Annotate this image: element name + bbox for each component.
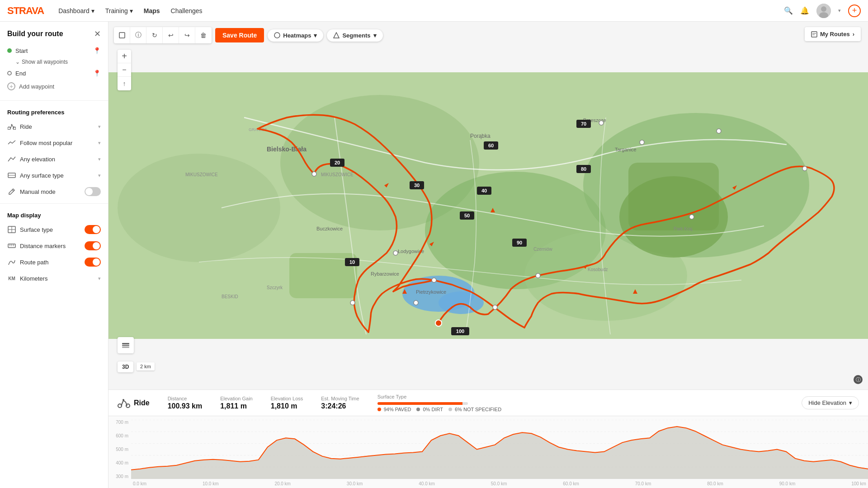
- elevation-gain-stat: Elevation Gain 1,811 m: [220, 396, 253, 410]
- undo-button[interactable]: ↩: [163, 27, 179, 43]
- svg-text:Kosobudz: Kosobudz: [588, 267, 608, 272]
- pref-surface[interactable]: Any surface type ▾: [0, 167, 108, 183]
- toggle-distance-markers: Distance markers: [0, 238, 108, 254]
- svg-text:Porąbka: Porąbka: [470, 133, 491, 139]
- distance-stat: Distance 100.93 km: [168, 396, 203, 410]
- pref-elevation[interactable]: Any elevation ▾: [0, 151, 108, 167]
- svg-text:80: 80: [581, 166, 586, 172]
- zoom-in-button[interactable]: +: [118, 50, 131, 63]
- ruler-icon: [7, 241, 16, 250]
- surface-type-section: Surface Type 94% PAVED 0% DIRT: [377, 394, 784, 412]
- info-tool-button[interactable]: ⓘ: [130, 27, 146, 43]
- search-icon[interactable]: 🔍: [784, 6, 793, 15]
- surface-type-toggle[interactable]: [85, 225, 101, 234]
- end-label: End: [15, 70, 90, 77]
- start-label: Start: [15, 47, 90, 54]
- toolbar-group-1: ⓘ ↻ ↩ ↪ 🗑: [114, 27, 212, 43]
- pref-kilometers[interactable]: KM Kilometers ▾: [0, 270, 108, 286]
- svg-point-92: [118, 404, 122, 408]
- heatmaps-dropdown[interactable]: Heatmaps ▾: [268, 29, 323, 42]
- chevron-down-icon: ▾: [98, 140, 101, 146]
- svg-point-49: [435, 320, 442, 326]
- segments-dropdown[interactable]: Segments ▾: [327, 29, 382, 42]
- surface-icon: [7, 171, 16, 180]
- manual-mode-toggle[interactable]: [85, 187, 101, 196]
- main-layout: Build your route ✕ Start 📍 ⌄ Show all wa…: [0, 22, 868, 488]
- select-tool-button[interactable]: [114, 27, 130, 43]
- map-area: ⓘ ↻ ↩ ↪ 🗑 Save Route Heatmaps ▾ Segments…: [108, 22, 868, 488]
- create-button[interactable]: +: [848, 5, 861, 17]
- pref-follow-popular[interactable]: Follow most popular ▾: [0, 135, 108, 151]
- manual-mode-label: Manual mode: [20, 188, 85, 195]
- hide-elevation-button[interactable]: Hide Elevation ▾: [802, 396, 859, 409]
- svg-text:90: 90: [517, 240, 522, 245]
- map-display-header: Map display: [0, 207, 108, 221]
- map-info-button[interactable]: ⓘ: [854, 375, 863, 384]
- scale-bar: 2 km: [137, 362, 155, 371]
- start-dot: [7, 48, 12, 53]
- svg-text:Rybarzowice: Rybarzowice: [371, 271, 399, 277]
- y-label-700: 700 m: [116, 420, 128, 425]
- end-dot: [7, 71, 12, 75]
- nav-item-maps[interactable]: Maps: [144, 7, 160, 14]
- x-label-60: 60.0 km: [563, 481, 579, 486]
- map-background[interactable]: Bielsko-Biała Porąbka Brzeszcze Targanic…: [108, 22, 868, 389]
- svg-text:Czerniów: Czerniów: [533, 247, 552, 252]
- svg-point-56: [414, 300, 418, 305]
- my-routes-button[interactable]: My Routes ›: [805, 27, 861, 41]
- layers-button[interactable]: [118, 337, 134, 353]
- chevron-down-icon[interactable]: ▾: [838, 8, 841, 14]
- elevation-loss-stat: Elevation Loss 1,810 m: [271, 396, 303, 410]
- surface-notspec-bar: [462, 402, 468, 405]
- nav-right: 🔍 🔔 ▾ +: [784, 4, 861, 18]
- refresh-button[interactable]: ↻: [146, 27, 163, 43]
- x-label-40: 40.0 km: [419, 481, 435, 486]
- chevron-down-icon: ▾: [849, 399, 852, 406]
- svg-line-8: [12, 190, 14, 191]
- add-waypoint-button[interactable]: + Add waypoint: [7, 80, 101, 93]
- x-label-80: 80.0 km: [707, 481, 723, 486]
- activity-type-value: Ride: [134, 399, 150, 407]
- svg-point-53: [717, 129, 721, 133]
- pref-manual-mode[interactable]: Manual mode: [0, 183, 108, 200]
- map-container[interactable]: ⓘ ↻ ↩ ↪ 🗑 Save Route Heatmaps ▾ Segments…: [108, 22, 868, 389]
- delete-button[interactable]: 🗑: [195, 27, 212, 43]
- dirt-dot: [416, 408, 420, 411]
- y-label-500: 500 m: [116, 447, 128, 452]
- routing-preferences-header: Routing preferences: [0, 104, 108, 118]
- nav-item-training[interactable]: Training ▾: [105, 7, 133, 14]
- close-button[interactable]: ✕: [94, 29, 101, 39]
- distance-markers-toggle[interactable]: [85, 241, 101, 250]
- add-icon: +: [7, 82, 15, 90]
- x-label-30: 30.0 km: [347, 481, 363, 486]
- start-pin-icon[interactable]: 📍: [93, 47, 101, 54]
- route-path-label: Route path: [20, 259, 85, 266]
- bell-icon[interactable]: 🔔: [800, 6, 809, 15]
- pref-ride[interactable]: Ride ▾: [0, 118, 108, 135]
- chevron-down-icon: ▾: [98, 124, 101, 130]
- nav-item-challenges[interactable]: Challenges: [171, 7, 203, 14]
- svg-text:Buczkowice: Buczkowice: [316, 226, 343, 231]
- strava-logo[interactable]: STRAVA: [7, 5, 44, 17]
- moving-time-value: 3:24:26: [321, 402, 359, 410]
- svg-rect-31: [628, 163, 719, 230]
- svg-point-94: [123, 399, 124, 401]
- avatar[interactable]: [816, 4, 831, 18]
- end-pin-icon[interactable]: 📍: [93, 70, 101, 77]
- start-waypoint-row: Start 📍: [7, 44, 101, 57]
- zoom-out-button[interactable]: −: [118, 63, 131, 77]
- nav-item-dashboard[interactable]: Dashboard ▾: [58, 7, 94, 14]
- route-path-toggle[interactable]: [85, 258, 101, 267]
- toggle-surface-type: Surface type: [0, 221, 108, 238]
- map-toolbar: ⓘ ↻ ↩ ↪ 🗑 Save Route Heatmaps ▾ Segments…: [114, 27, 383, 43]
- compass-button[interactable]: ↑: [118, 77, 131, 90]
- moving-time-label: Est. Moving Time: [321, 396, 359, 401]
- redo-button[interactable]: ↪: [179, 27, 195, 43]
- show-waypoints-button[interactable]: ⌄ Show all waypoints: [7, 57, 101, 67]
- chevron-down-icon: ▾: [130, 7, 133, 14]
- map-icon: [7, 225, 16, 234]
- pref-ride-label: Ride: [20, 123, 98, 130]
- x-label-70: 70.0 km: [635, 481, 651, 486]
- threed-button[interactable]: 3D: [118, 361, 133, 372]
- save-route-button[interactable]: Save Route: [215, 28, 264, 42]
